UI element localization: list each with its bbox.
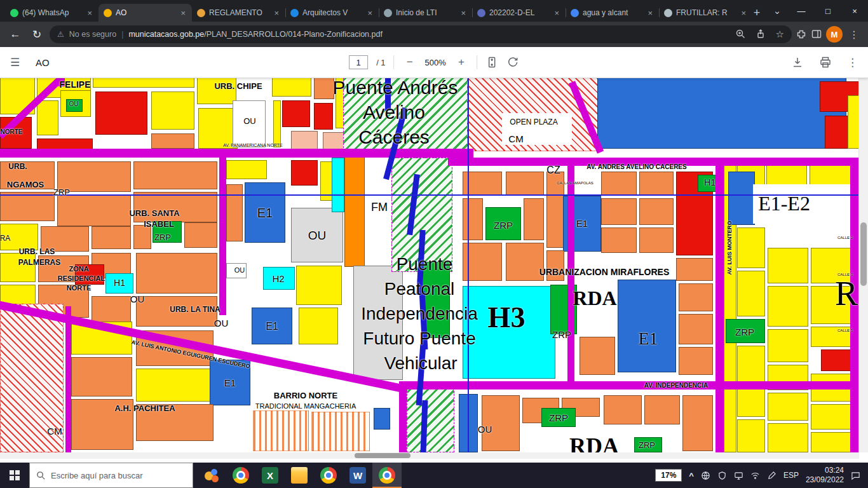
zoom-in-button[interactable]: + — [454, 56, 468, 69]
browser-tab[interactable]: agua y alcant× — [566, 4, 659, 22]
tab-close-icon[interactable]: × — [459, 8, 467, 18]
taskbar-app-chrome[interactable] — [226, 463, 255, 488]
rotate-icon[interactable] — [506, 56, 519, 69]
map-zone — [639, 198, 674, 225]
browser-menu-icon[interactable]: ⋮ — [846, 29, 862, 41]
excel-icon: X — [262, 467, 278, 484]
map-zone — [728, 172, 755, 225]
map-label: CALLE 2 — [837, 236, 853, 240]
map-label: ZRP — [552, 330, 571, 339]
download-icon[interactable] — [791, 56, 804, 69]
bookmark-star-icon[interactable]: ☆ — [776, 29, 784, 40]
extensions-puzzle-icon[interactable] — [796, 29, 807, 40]
start-button[interactable] — [0, 463, 29, 488]
zoom-out-button[interactable]: − — [403, 56, 417, 69]
share-icon[interactable] — [756, 29, 767, 40]
taskbar-app-word[interactable]: W — [343, 463, 372, 488]
tab-close-icon[interactable]: × — [553, 8, 560, 18]
battery-indicator[interactable]: 17% — [655, 469, 682, 482]
wifi-icon[interactable] — [750, 471, 760, 480]
window-minimize-button[interactable]: — — [788, 0, 815, 22]
reload-icon[interactable]: ↻ — [28, 25, 46, 43]
security-label: No es seguro — [69, 30, 116, 39]
map-label: Independencia — [361, 305, 478, 323]
tab-favicon — [104, 9, 112, 17]
vertical-scrollbar[interactable] — [858, 78, 868, 452]
tab-close-icon[interactable]: × — [273, 8, 280, 18]
browser-tab[interactable]: AO× — [98, 4, 192, 22]
pdf-menu-icon[interactable]: ☰ — [10, 56, 27, 69]
taskbar-app-explorer[interactable] — [285, 463, 314, 488]
zoom-icon[interactable] — [735, 29, 747, 40]
map-label: URB. LAS — [19, 248, 55, 255]
tab-search-chevron-icon[interactable]: ⌄ — [766, 0, 788, 22]
map-zone — [737, 419, 765, 452]
map-zone — [93, 78, 194, 88]
map-label: OU — [308, 229, 327, 241]
print-icon[interactable] — [819, 56, 832, 69]
tray-expand-icon[interactable]: ^ — [689, 471, 694, 480]
taskbar-app-people[interactable] — [197, 463, 226, 488]
browser-tab[interactable]: Inicio de LTI× — [379, 4, 472, 22]
map-zone — [272, 78, 311, 97]
display-icon[interactable] — [734, 471, 743, 480]
map-zone — [524, 198, 544, 240]
profile-avatar[interactable]: M — [826, 26, 843, 43]
pdf-viewport[interactable]: Puente AndrésAvelinoCáceresPuentePeatona… — [0, 78, 868, 463]
map-zone — [737, 271, 765, 316]
browser-tab[interactable]: Arquitectos V× — [285, 4, 379, 22]
tab-label: AO — [116, 8, 175, 17]
network-globe-icon[interactable] — [701, 471, 710, 480]
tab-label: Arquitectos V — [302, 8, 362, 17]
horizontal-scrollbar-thumb[interactable] — [355, 453, 410, 458]
taskbar-app-chrome[interactable] — [314, 463, 343, 488]
side-panel-icon[interactable] — [811, 29, 822, 40]
tab-close-icon[interactable]: × — [86, 8, 93, 18]
security-warning-icon[interactable]: ⚠ — [57, 30, 64, 39]
map-label: OU — [130, 294, 145, 304]
map-zone — [136, 369, 214, 402]
map-label: H1 — [114, 278, 125, 287]
map-label: OU — [243, 117, 256, 125]
browser-tab[interactable]: 202202-D-EL× — [472, 4, 566, 22]
pdf-more-icon[interactable]: ⋮ — [847, 56, 858, 69]
browser-tab[interactable]: (64) WhatsAp× — [5, 4, 98, 22]
map-zone — [0, 149, 473, 158]
map-label: AV. PANAMERICANA NORTE — [223, 143, 283, 147]
tab-close-icon[interactable]: × — [646, 8, 654, 18]
map-zone — [679, 283, 713, 311]
system-tray: 17% ^ ESP 03:24 23/09/2022 — [655, 466, 868, 485]
map-zone — [400, 381, 859, 390]
back-icon[interactable]: ← — [6, 25, 24, 43]
taskbar-app-excel[interactable]: X — [255, 463, 285, 488]
tab-close-icon[interactable]: × — [740, 8, 747, 18]
tab-close-icon[interactable]: × — [179, 8, 187, 18]
fit-page-icon[interactable] — [485, 56, 498, 69]
map-zone — [151, 133, 194, 149]
map-label: H1 — [704, 178, 715, 187]
page-number-input[interactable]: 1 — [349, 55, 368, 69]
language-indicator[interactable]: ESP — [783, 471, 799, 480]
taskbar-app-chrome[interactable] — [372, 463, 402, 488]
browser-tab[interactable]: FRUTILLAR: R× — [659, 4, 752, 22]
window-close-button[interactable]: × — [841, 0, 868, 22]
windows-logo-icon — [10, 470, 20, 480]
taskbar-search[interactable]: Escribe aquí para buscar — [29, 463, 193, 488]
vertical-scrollbar-thumb[interactable] — [860, 222, 867, 286]
map-zone — [737, 385, 765, 417]
url-domain: municatacaos.gob.pe — [128, 30, 204, 39]
zoom-level: 500% — [425, 58, 446, 67]
window-maximize-button[interactable]: □ — [815, 0, 841, 22]
tab-close-icon[interactable]: × — [366, 8, 374, 18]
pen-icon[interactable] — [767, 471, 776, 480]
horizontal-scrollbar[interactable] — [0, 452, 859, 459]
pdf-title: AO — [36, 57, 50, 68]
browser-tab[interactable]: REGLAMENTO× — [192, 4, 285, 22]
map-label: RDA — [569, 435, 619, 452]
taskbar-clock[interactable]: 03:24 23/09/2022 — [806, 466, 844, 485]
notifications-icon[interactable] — [851, 471, 860, 480]
security-shield-icon[interactable] — [717, 471, 727, 480]
url-field[interactable]: ⚠ No es seguro | municatacaos.gob.pe/PLA… — [50, 25, 792, 43]
tab-label: REGLAMENTO — [209, 8, 269, 17]
map-label: CZ — [546, 165, 560, 175]
